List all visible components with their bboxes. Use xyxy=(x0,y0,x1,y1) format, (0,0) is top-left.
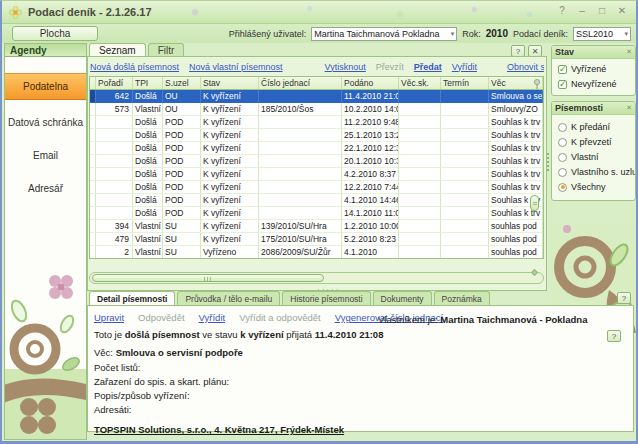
field-pocet-listu: Počet listů: xyxy=(94,362,625,373)
agendy-items: PodatelnaDatová schránkaEmailAdresář xyxy=(5,57,86,205)
pisemnosti-option-k-prevzeti[interactable]: K převzetí xyxy=(552,134,635,149)
tab-filtr[interactable]: Filtr xyxy=(148,43,185,57)
cell-suzel: POD xyxy=(163,207,201,220)
cell-podano: 10.2.2010 14:03 xyxy=(342,103,399,116)
table-row[interactable]: DošláPODK vyřízení4.2.2010 8:37Souhlas k… xyxy=(90,168,543,181)
radio-icon[interactable] xyxy=(558,138,567,147)
checkbox-icon[interactable]: ✓ xyxy=(558,80,567,89)
table-header: PořadíTPIS.uzelStavČíslo jednacíPodánoVě… xyxy=(90,77,543,90)
sidebar-item-adresar[interactable]: Adresář xyxy=(5,172,86,205)
column-header-vec-sk[interactable]: Věc.sk. xyxy=(399,77,441,89)
stav-option-nevyrizene[interactable]: ✓Nevyřízené xyxy=(552,76,635,91)
radio-icon[interactable] xyxy=(558,168,567,177)
pisemnosti-option-vlastni[interactable]: Vlastní xyxy=(552,149,635,164)
pisemnosti-option-k-predani[interactable]: K předání xyxy=(552,119,635,134)
stav-option-vyrizene[interactable]: ✓Vyřízené xyxy=(552,61,635,76)
pin-icon[interactable] xyxy=(533,79,541,89)
action-vyridit[interactable]: Vyřídit xyxy=(452,62,477,72)
document-summary: Toto je došlá písemnost ve stavu k vyříz… xyxy=(94,329,625,341)
action-nova-vlastni-pisemnost[interactable]: Nová vlastní písemnost xyxy=(189,62,283,72)
cell-poradi: 2 xyxy=(96,246,133,259)
table-row[interactable]: DošláPODK vyřízení22.1.2010 12:30Souhlas… xyxy=(90,142,543,155)
summary-segment: k vyřízení xyxy=(240,329,283,340)
detail-tabs: Detail písemnostiPrůvodka / tělo e-mailu… xyxy=(89,291,490,305)
help-button[interactable]: ? xyxy=(607,330,621,342)
table-row[interactable]: DošláPODK vyřízení4.1.2010 14:46Souhlas … xyxy=(90,194,543,207)
table-row[interactable]: 642DošláOUK vyřízení11.4.2010 21:08Smlou… xyxy=(90,90,543,103)
cell-tpi: Došlá xyxy=(133,194,163,207)
action-vytisknout[interactable]: Vytisknout xyxy=(325,62,366,72)
action-vyridit[interactable]: Vyřídit xyxy=(199,312,226,323)
tab-seznam[interactable]: Seznam xyxy=(89,43,146,57)
subject-line: Věc: Smlouva o servisní podpoře xyxy=(94,347,625,359)
cell-vecsk xyxy=(399,142,441,155)
cell-termin xyxy=(441,142,489,155)
action-upravit[interactable]: Upravit xyxy=(94,312,124,323)
maximize-icon[interactable]: □ xyxy=(596,5,608,17)
scrollbar-thumb[interactable] xyxy=(92,274,324,282)
sidebar-item-datova-schranka[interactable]: Datová schránka xyxy=(5,106,86,139)
table-body: 642DošláOUK vyřízení11.4.2010 21:08Smlou… xyxy=(90,90,543,259)
minimize-icon[interactable]: – xyxy=(576,5,588,17)
table-row[interactable]: DošláPODK vyřízení12.2.2010 7:44Souhlas … xyxy=(90,181,543,194)
action-obnovit-seznam[interactable]: Obnovit seznam xyxy=(507,62,544,72)
column-header-poradi[interactable]: Pořadí xyxy=(96,77,133,89)
table-row[interactable]: 2VlastníSUVyřízeno2086/2009/SU/Žůr4.1.20… xyxy=(90,246,543,259)
action-predat[interactable]: Předat xyxy=(414,62,442,72)
column-header-termin[interactable]: Termín xyxy=(441,77,489,89)
detail-tab-historie-pisemnosti[interactable]: Historie písemnosti xyxy=(282,291,370,305)
detail-tab-poznamka[interactable]: Poznámka xyxy=(434,291,490,305)
desktop-button[interactable]: Plocha xyxy=(12,26,98,41)
column-header-tpi[interactable]: TPI xyxy=(133,77,163,89)
table-row[interactable]: DošláPODK vyřízení11.2.2010 9:48Souhlas … xyxy=(90,116,543,129)
detail-tab-detail-pisemnosti[interactable]: Detail písemnosti xyxy=(89,291,175,305)
column-header-cislo-jednaci[interactable]: Číslo jednací xyxy=(259,77,342,89)
column-header-s-uzel[interactable]: S.uzel xyxy=(163,77,201,89)
decor-butterfly xyxy=(526,11,533,18)
checkbox-icon[interactable]: ✓ xyxy=(558,65,567,74)
sidebar-item-email[interactable]: Email xyxy=(5,139,86,172)
radio-icon[interactable] xyxy=(558,153,567,162)
cell-vecsk xyxy=(399,103,441,116)
table-row[interactable]: DošláPODK vyřízení25.1.2010 13:22Souhlas… xyxy=(90,129,543,142)
option-label: Vyřízené xyxy=(571,64,606,74)
column-header-podano[interactable]: Podáno xyxy=(342,77,399,89)
cell-suzel: POD xyxy=(163,155,201,168)
column-header-stav[interactable]: Stav xyxy=(201,77,259,89)
table-row[interactable]: 394VlastníSUK vyřízení139/2010/SU/Hra1.2… xyxy=(90,220,543,233)
chevron-down-icon: ▾ xyxy=(451,30,455,38)
help-button[interactable]: ? xyxy=(617,292,631,304)
pisemnosti-option-vlastniho-s-uzlu[interactable]: Vlastního s. uzlu xyxy=(552,164,635,179)
close-icon[interactable]: ✕ xyxy=(616,5,628,17)
cell-suzel: SU xyxy=(163,246,201,259)
collapse-icon[interactable]: ✕ xyxy=(626,48,632,56)
horizontal-scrollbar[interactable]: ◄ xyxy=(89,272,544,284)
flower-decor xyxy=(5,269,86,439)
cell-cislo xyxy=(259,155,342,168)
detail-tab-pruvodka-telo-e-mailu[interactable]: Průvodka / tělo e-mailu xyxy=(177,291,280,305)
radio-icon[interactable] xyxy=(558,123,567,132)
journal-select[interactable]: SSL2010 ▾ xyxy=(573,27,631,41)
splitter-collapse-button[interactable] xyxy=(530,195,539,211)
sidebar-item-podatelna[interactable]: Podatelna xyxy=(5,73,86,100)
table-row[interactable]: 573VlastníOUK vyřízení185/2010/Šos10.2.2… xyxy=(90,103,543,116)
cell-vecsk xyxy=(399,181,441,194)
help-icon[interactable]: ? xyxy=(556,5,568,17)
table-row[interactable]: 479VlastníSUK vyřízení175/2010/SU/Hra5.2… xyxy=(90,233,543,246)
pisemnosti-option-vsechny[interactable]: Všechny xyxy=(552,179,635,194)
pisemnosti-options: K předáníK převzetíVlastníVlastního s. u… xyxy=(552,115,635,200)
field-zarazeni-do-spis-a-skart-planu: Zařazení do spis. a skart. plánu: xyxy=(94,376,625,387)
vertical-splitter[interactable] xyxy=(547,43,550,291)
action-nova-dosla-pisemnost[interactable]: Nová došlá písemnost xyxy=(90,62,179,72)
list-frame: Nová došlá písemnostNová vlastní písemno… xyxy=(87,56,547,291)
detail-tab-dokumenty[interactable]: Dokumenty xyxy=(373,291,432,305)
table-row[interactable]: DošláPODK vyřízení20.1.2010 10:31Souhlas… xyxy=(90,155,543,168)
window-title: Podací deník - 2.1.26.17 xyxy=(28,6,152,18)
cell-tpi: Vlastní xyxy=(133,220,163,233)
radio-icon[interactable] xyxy=(558,183,567,192)
cell-stav: K vyřízení xyxy=(201,220,259,233)
logged-user-select[interactable]: Martina Taichmanová Pokladna ▾ xyxy=(311,27,457,41)
collapse-icon[interactable]: ✕ xyxy=(626,104,632,112)
table-row[interactable]: DošláPODK vyřízení14.1.2010 11:06Souhlas… xyxy=(90,207,543,220)
addressee-link[interactable]: TOPSPIN Solutions, s.r.o., 4. Května 217… xyxy=(94,424,344,435)
